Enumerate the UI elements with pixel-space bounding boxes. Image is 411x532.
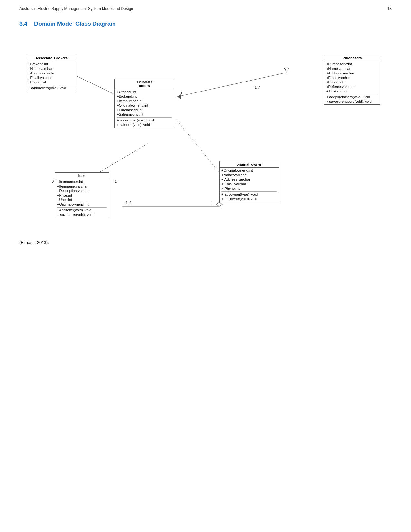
citation: (Elmasri, 2013). — [19, 240, 392, 245]
class-header-original-owner: original_owner — [220, 161, 279, 168]
class-body-purchasers: +Purchaserid:int +Name:varchar +Address:… — [324, 61, 380, 104]
class-item: Item +Itemnumber:int +Itemname:varchar +… — [55, 172, 109, 218]
class-associate-brokers: Associate_Brokers +Brokerid:int +Name:va… — [26, 55, 77, 91]
svg-line-2 — [177, 73, 287, 97]
svg-line-7 — [93, 143, 148, 176]
section-heading: Domain Model Class Diagram — [34, 21, 116, 27]
svg-line-12 — [177, 121, 219, 172]
class-header-associate-brokers: Associate_Brokers — [26, 55, 77, 61]
class-body-original-owner: +Originalownerid:int +Name:varchar + Add… — [220, 168, 279, 202]
svg-text:1: 1 — [181, 91, 182, 95]
diagram-container: 1 0..1 1 1..* 1..* 1 0..* 1 Associate_Br… — [19, 34, 387, 234]
class-body-associate-brokers: +Brokerid:int +Name:varchar +Address:var… — [26, 61, 77, 91]
class-header-orders: <<orders>> orders — [115, 79, 174, 89]
class-original-owner: original_owner +Originalownerid:int +Nam… — [219, 161, 279, 202]
section-number: 3.4 — [19, 21, 27, 27]
class-body-item: +Itemnumber:int +Itemname:varchar +Descr… — [55, 179, 109, 218]
class-header-item: Item — [55, 173, 109, 179]
class-header-purchasers: Purchasers — [324, 55, 380, 61]
page-number: 13 — [387, 6, 392, 11]
class-orders: <<orders>> orders +Orderid: int +Brokeri… — [114, 79, 174, 128]
svg-marker-3 — [177, 94, 181, 99]
page-header: Australian Electric Supply Management Sy… — [19, 6, 392, 11]
svg-text:1..*: 1..* — [255, 85, 260, 89]
svg-text:1: 1 — [211, 201, 213, 205]
svg-text:1: 1 — [115, 179, 117, 183]
svg-text:0..1: 0..1 — [284, 68, 289, 72]
class-body-orders: +Orderid: int +Brokerid:int +Itemnumber:… — [115, 89, 174, 128]
header-title: Australian Electric Supply Management Sy… — [19, 6, 133, 11]
section-title: 3.4 Domain Model Class Diagram — [19, 21, 392, 27]
svg-marker-9 — [216, 202, 222, 206]
class-purchasers: Purchasers +Purchaserid:int +Name:varcha… — [324, 55, 380, 105]
svg-text:1..*: 1..* — [126, 201, 131, 205]
